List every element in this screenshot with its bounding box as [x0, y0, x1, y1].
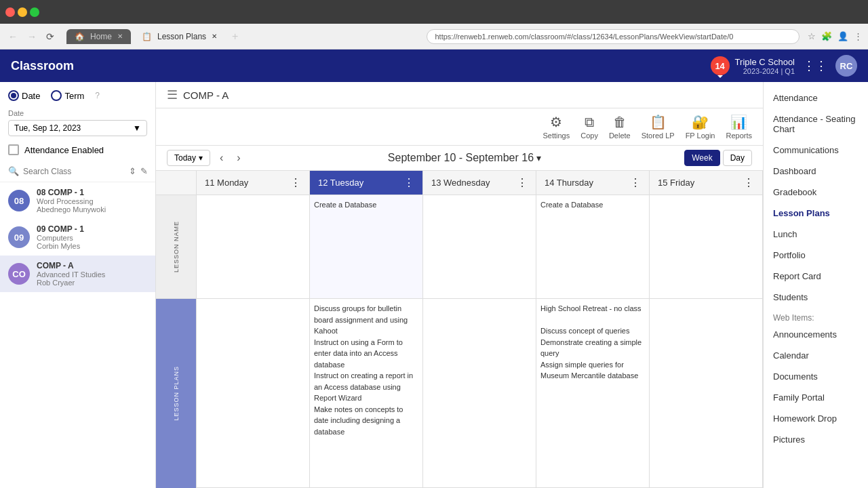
copy-toolbar-item[interactable]: ⧉ Copy [580, 115, 598, 140]
forward-button[interactable]: → [24, 28, 39, 45]
class-avatar-comp-a: CO [8, 263, 30, 285]
prev-week-button[interactable]: ‹ [216, 150, 227, 165]
search-section: 🔍 ⇕ ✎ [0, 163, 155, 182]
sidebar-item-homework-drop[interactable]: Homework Drop [764, 408, 868, 429]
lesson-name-tuesday[interactable]: Create a Database [310, 195, 423, 299]
class-item-comp-a[interactable]: CO COMP - A Advanced IT Studies Rob Crya… [0, 256, 155, 292]
friday-label: 15 Friday [658, 178, 694, 188]
reload-button[interactable]: ⟳ [43, 28, 57, 45]
tuesday-more-icon[interactable]: ⋮ [403, 176, 414, 189]
lesson-plans-wednesday[interactable] [423, 299, 536, 488]
settings-label: Settings [542, 131, 570, 140]
attendance-checkbox[interactable] [8, 144, 19, 155]
home-favicon: 🏠 [75, 32, 85, 41]
class-item-09-comp-1[interactable]: 09 09 COMP - 1 Computers Corbin Myles [0, 219, 155, 256]
sort-icon[interactable]: ⇕ [129, 166, 136, 176]
lesson-name-thursday[interactable]: Create a Database [536, 195, 650, 299]
minimize-window-button[interactable] [18, 7, 27, 17]
close-window-button[interactable] [5, 7, 15, 17]
new-tab-button[interactable]: + [228, 30, 242, 43]
sidebar-item-portfolio[interactable]: Portfolio [764, 245, 868, 266]
extensions-icon[interactable]: 🧩 [821, 31, 832, 41]
lesson-plans-thursday[interactable]: High School Retreat - no class Discuss c… [536, 299, 650, 488]
home-tab-close[interactable]: ✕ [117, 33, 123, 40]
lesson-plans-tuesday[interactable]: Discuss groups for bulletin board assign… [310, 299, 423, 488]
grid-icon[interactable]: ⋮⋮ [803, 58, 827, 73]
class-item-08-comp-1[interactable]: 08 08 COMP - 1 Word Processing Abednego … [0, 182, 155, 219]
friday-more-icon[interactable]: ⋮ [743, 176, 754, 189]
main-layout: Date Term ? Date Tue, Sep 12, 2023 ▼ Att… [0, 82, 868, 488]
lesson-name-label: LESSON NAME [173, 221, 180, 272]
lesson-plans-monday[interactable] [197, 299, 310, 488]
term-radio-circle [51, 90, 62, 101]
sidebar-item-gradebook[interactable]: Gradebook [764, 182, 868, 203]
app-header: Classroom 14 Triple C School 2023-2024 |… [0, 49, 868, 82]
lesson-name-friday[interactable] [650, 195, 763, 299]
sidebar-item-communications[interactable]: Communications [764, 140, 868, 161]
reports-toolbar-item[interactable]: 📊 Reports [726, 114, 752, 140]
sidebar-item-family-portal[interactable]: Family Portal [764, 387, 868, 408]
week-view-button[interactable]: Week [684, 150, 719, 166]
sidebar-item-documents[interactable]: Documents [764, 366, 868, 387]
fp-login-toolbar-item[interactable]: 🔐 FP Login [686, 114, 715, 140]
date-label: Date [8, 109, 147, 117]
delete-label: Delete [609, 131, 631, 140]
maximize-window-button[interactable] [30, 7, 39, 17]
class-avatar-08: 08 [8, 190, 30, 211]
term-radio-label: Term [64, 91, 84, 101]
lesson-name-wednesday[interactable] [423, 195, 536, 299]
lesson-name-monday[interactable] [197, 195, 310, 299]
thursday-label: 14 Thursday [545, 178, 593, 188]
user-avatar[interactable]: RC [835, 55, 857, 77]
class-code-09: 09 COMP - 1 [37, 224, 147, 234]
class-info-09: 09 COMP - 1 Computers Corbin Myles [37, 224, 147, 250]
profile-icon[interactable]: 👤 [837, 31, 848, 41]
calendar-dropdown-icon[interactable]: ▾ [536, 152, 541, 163]
help-icon[interactable]: ? [95, 91, 100, 100]
home-tab-label: Home [90, 32, 112, 41]
nav-bar: ← → ⟳ 🏠 Home ✕ 📋 Lesson Plans ✕ + https:… [0, 24, 868, 49]
sidebar-item-pictures[interactable]: Pictures [764, 429, 868, 450]
lesson-plans-tab-close[interactable]: ✕ [212, 33, 217, 40]
sidebar-item-students[interactable]: Students [764, 287, 868, 308]
menu-icon[interactable]: ⋮ [854, 31, 863, 41]
wednesday-more-icon[interactable]: ⋮ [517, 176, 528, 189]
sidebar-item-announcements[interactable]: Announcements [764, 324, 868, 345]
bookmark-icon[interactable]: ☆ [808, 31, 816, 41]
search-input[interactable] [23, 167, 125, 176]
delete-toolbar-item[interactable]: 🗑 Delete [609, 115, 631, 140]
lesson-plans-tab[interactable]: 📋 Lesson Plans ✕ [134, 29, 225, 44]
hamburger-icon[interactable]: ☰ [167, 87, 178, 102]
term-radio[interactable]: Term [51, 90, 84, 101]
tuesday-label: 12 Tuesday [318, 178, 363, 188]
sidebar-item-lunch[interactable]: Lunch [764, 224, 868, 245]
header-thursday: 14 Thursday ⋮ [536, 171, 650, 195]
back-button[interactable]: ← [5, 28, 20, 45]
lesson-plans-friday[interactable] [650, 299, 763, 488]
notification-badge[interactable]: 14 [711, 56, 730, 75]
thursday-more-icon[interactable]: ⋮ [630, 176, 641, 189]
edit-icon[interactable]: ✎ [140, 166, 148, 176]
settings-toolbar-item[interactable]: ⚙ Settings [542, 114, 570, 140]
home-tab[interactable]: 🏠 Home ✕ [66, 29, 131, 44]
day-view-button[interactable]: Day [723, 150, 752, 166]
stored-lp-toolbar-item[interactable]: 📋 Stored LP [642, 114, 675, 140]
class-subject-09: Computers [37, 234, 147, 242]
next-week-button[interactable]: › [233, 150, 244, 165]
sidebar-item-attendance-seating-chart[interactable]: Attendance - Seating Chart [764, 108, 868, 140]
class-info-08: 08 COMP - 1 Word Processing Abednego Mun… [37, 188, 147, 214]
monday-more-icon[interactable]: ⋮ [290, 176, 301, 189]
url-bar[interactable]: https://renweb1.renweb.com/classroom/#/c… [427, 29, 800, 44]
copy-label: Copy [580, 131, 598, 140]
date-picker[interactable]: Tue, Sep 12, 2023 ▼ [8, 120, 147, 136]
sidebar-item-calendar[interactable]: Calendar [764, 345, 868, 366]
window-controls[interactable] [5, 7, 39, 17]
date-radio[interactable]: Date [8, 90, 40, 101]
lesson-plans-thursday-text: High School Retreat - no class Discuss c… [540, 303, 645, 382]
class-teacher-comp-a: Rob Cryaer [37, 279, 147, 287]
today-button[interactable]: Today ▾ [167, 150, 210, 166]
sidebar-item-lesson-plans[interactable]: Lesson Plans [764, 203, 868, 224]
sidebar-item-attendance[interactable]: Attendance [764, 87, 868, 108]
sidebar-item-dashboard[interactable]: Dashboard [764, 161, 868, 182]
sidebar-item-report-card[interactable]: Report Card [764, 266, 868, 287]
